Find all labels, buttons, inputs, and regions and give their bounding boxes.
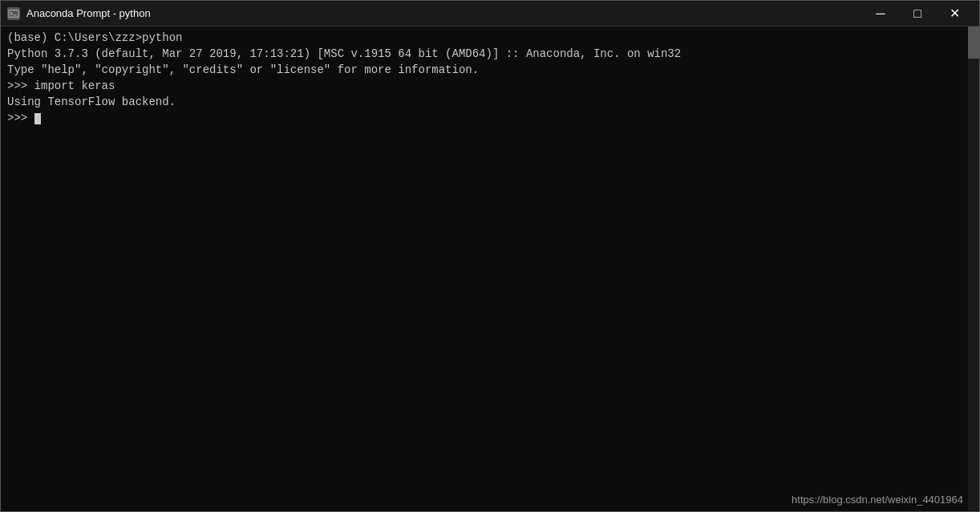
close-button[interactable]: ✕ [936,1,973,26]
terminal-line-3: Type "help", "copyright", "credits" or "… [7,62,973,78]
cursor [34,113,41,124]
terminal-line-6: >>> [7,110,973,126]
svg-rect-0 [9,10,18,17]
terminal-line-5: Using TensorFlow backend. [7,94,973,110]
title-bar-left: Anaconda Prompt - python [7,7,151,20]
maximize-button[interactable]: □ [899,1,936,26]
scrollbar-thumb[interactable] [968,26,979,59]
terminal-line-2: Python 3.7.3 (default, Mar 27 2019, 17:1… [7,46,973,62]
main-window: Anaconda Prompt - python ─ □ ✕ (base) C:… [0,0,980,512]
scrollbar[interactable] [968,26,979,511]
terminal-line-4: >>> import keras [7,78,973,94]
window-title: Anaconda Prompt - python [26,7,151,19]
terminal-body[interactable]: (base) C:\Users\zzz>python Python 3.7.3 … [1,26,979,511]
title-bar: Anaconda Prompt - python ─ □ ✕ [1,1,979,26]
watermark: https://blog.csdn.net/weixin_4401964 [792,492,963,508]
terminal-icon [7,7,20,20]
terminal-line-1: (base) C:\Users\zzz>python [7,30,973,46]
minimize-button[interactable]: ─ [862,1,899,26]
window-controls: ─ □ ✕ [862,1,973,26]
